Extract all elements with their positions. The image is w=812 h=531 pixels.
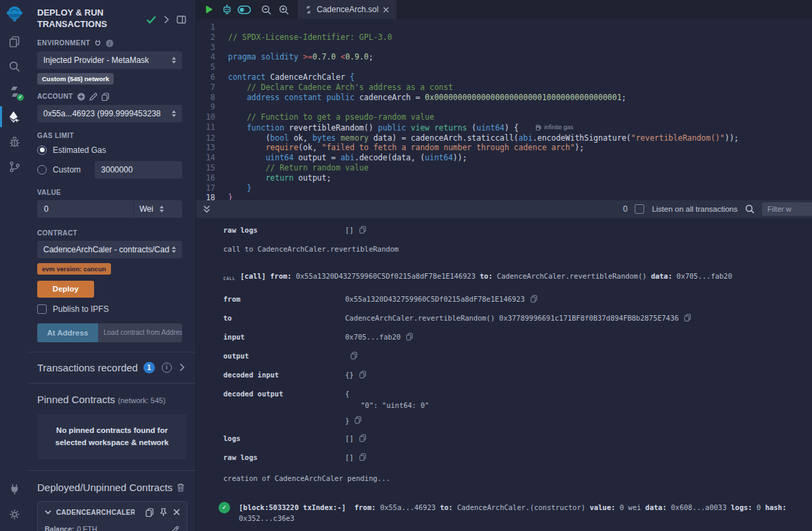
main-area: CadenceArch.sol 12// SPDX-License-Identi… [196, 0, 812, 531]
terminal-filter-input[interactable] [762, 202, 812, 216]
file-explorer[interactable] [0, 29, 28, 54]
line-number: 15 [196, 163, 228, 173]
check-icon [146, 16, 156, 24]
estimated-gas-option[interactable]: Estimated Gas [37, 145, 182, 155]
code-line-4: 4pragma solidity >=0.7.0 <0.9.0; [196, 52, 812, 62]
search-terminal-icon[interactable] [745, 204, 754, 214]
value-input[interactable]: 0 [37, 200, 133, 218]
copy-icon[interactable] [531, 295, 537, 303]
line-number: 16 [196, 173, 228, 183]
copy-icon[interactable] [359, 226, 366, 234]
terminal-row-logs: logs[] [223, 433, 805, 444]
code-text: uint64 output = abi.decode(data, (uint64… [228, 153, 467, 163]
copy-icon[interactable] [355, 416, 361, 425]
info-icon[interactable]: i [162, 363, 172, 373]
radio-custom-gas[interactable] [37, 165, 47, 175]
contract-select[interactable]: CadenceArchCaler - contracts/Cad [37, 241, 182, 258]
decoded-output-close: } [345, 416, 805, 425]
terminal-message: call to CadenceArchCaler.revertibleRando… [223, 244, 805, 254]
close-icon[interactable] [173, 509, 180, 515]
run-script-button[interactable] [202, 2, 217, 17]
search[interactable] [0, 54, 28, 79]
terminal-output[interactable]: raw logs[]call to CadenceArchCaler.rever… [196, 218, 812, 531]
code-line-6: 6contract CadenceArchCaler { [196, 72, 812, 83]
transactions-recorded-row[interactable]: Transactions recorded 1 i [28, 352, 196, 383]
copy-account-icon[interactable] [102, 93, 110, 101]
toggle-icon[interactable] [237, 2, 252, 17]
environment-select[interactable]: Injected Provider - MetaMask [37, 51, 182, 69]
code-text: return output; [228, 173, 331, 183]
code-text: pragma solidity >=0.7.0 <0.9.0; [228, 52, 374, 62]
solidity-file-icon [305, 5, 312, 14]
copy-icon[interactable] [351, 352, 357, 360]
tab-cadencearch-sol[interactable]: CadenceArch.sol [298, 0, 397, 19]
deploy-run-panel: DEPLOY & RUN TRANSACTIONS ENVIRONMENT i … [28, 0, 196, 531]
icon-rail: ✓ [0, 0, 28, 531]
infinite-gas-annotation: infinite gas [536, 122, 573, 133]
line-number: 9 [196, 102, 228, 112]
balance-label: Balance: [45, 525, 74, 531]
line-number: 3 [196, 43, 228, 53]
terminal-success-row[interactable]: ✓[block:5033220 txIndex:-] from: 0x55a..… [219, 502, 805, 524]
value-unit-select[interactable]: Wei [133, 200, 182, 218]
copy-icon[interactable] [406, 333, 413, 341]
custom-gas-option[interactable]: Custom 3000000 [37, 161, 182, 179]
pin-panel-icon[interactable] [177, 16, 186, 24]
copy-icon[interactable] [359, 434, 366, 442]
code-editor[interactable]: 12// SPDX-License-Identifier: GPL-3.034p… [196, 19, 812, 200]
trash-icon[interactable] [177, 483, 185, 492]
info-icon[interactable]: i [106, 39, 114, 47]
settings[interactable] [0, 502, 28, 527]
edit-icon[interactable] [171, 525, 180, 531]
at-address-input[interactable]: Load contract from Addres [98, 323, 182, 342]
custom-gas-input[interactable]: 3000000 [95, 161, 182, 179]
debugger[interactable] [0, 129, 28, 154]
line-number: 8 [196, 93, 228, 103]
terminal-message: creation of CadenceArchCaler pending... [223, 473, 805, 484]
line-number: 18 [196, 193, 228, 200]
chevron-right-icon[interactable] [179, 363, 185, 371]
code-line-2: 2// SPDX-License-Identifier: GPL-3.0 [196, 32, 812, 43]
plugin-manager[interactable] [0, 477, 28, 502]
account-select[interactable]: 0x55a...46923 (999.9999453238 [37, 105, 182, 122]
solidity-compiler[interactable]: ✓ [0, 79, 28, 104]
git[interactable] [0, 154, 28, 179]
radio-estimated-gas[interactable] [37, 145, 47, 155]
remix-logo[interactable] [5, 5, 24, 24]
deploy-and-run[interactable] [0, 104, 28, 129]
remix-ide-window: ✓ DEPLOY & RUN TRANSACTIONS ENVIRONMENT … [0, 0, 812, 531]
deploy-button[interactable]: Deploy [37, 281, 94, 298]
code-text: // Function to get a pseudo-random value [228, 112, 434, 122]
plug-icon [8, 483, 21, 496]
terminal-call-row[interactable]: call[call] from: 0x55a1320D432759960C5Df… [223, 271, 805, 284]
copy-icon[interactable] [359, 371, 366, 379]
line-number: 2 [196, 32, 228, 43]
gas-limit-label: GAS LIMIT [37, 132, 182, 139]
zoom-in-icon[interactable] [276, 2, 291, 17]
copy-icon[interactable] [359, 453, 366, 461]
stepper-icon [160, 206, 177, 212]
chevron-down-icon[interactable] [45, 510, 51, 515]
listen-checkbox[interactable] [635, 204, 644, 214]
close-tab-icon[interactable] [383, 7, 389, 13]
copy-icon[interactable] [684, 314, 691, 322]
zoom-out-icon[interactable] [258, 2, 273, 17]
terminal-row-raw-logs: raw logs[] [223, 452, 805, 463]
ai-assistant-icon[interactable] [219, 2, 234, 17]
at-address-button[interactable]: At Address [37, 323, 98, 342]
plug-small-icon[interactable] [94, 39, 102, 47]
edit-account-icon[interactable] [89, 93, 97, 101]
files-icon [8, 35, 21, 48]
panel-header: DEPLOY & RUN TRANSACTIONS [28, 0, 196, 33]
add-account-icon[interactable] [77, 93, 85, 101]
search-icon [8, 60, 21, 73]
chevron-right-icon[interactable] [164, 16, 169, 24]
compile-success-badge: ✓ [17, 94, 24, 101]
publish-ipfs-checkbox[interactable] [37, 304, 47, 314]
collapse-terminal-icon[interactable] [202, 204, 211, 214]
publish-ipfs-option[interactable]: Publish to IPFS [37, 304, 182, 314]
gear-icon [8, 508, 21, 521]
copy-icon[interactable] [145, 508, 154, 517]
pin-icon[interactable] [160, 508, 167, 517]
contract-instance-title[interactable]: CADENCEARCHCALER AT 0X377 [56, 509, 135, 516]
